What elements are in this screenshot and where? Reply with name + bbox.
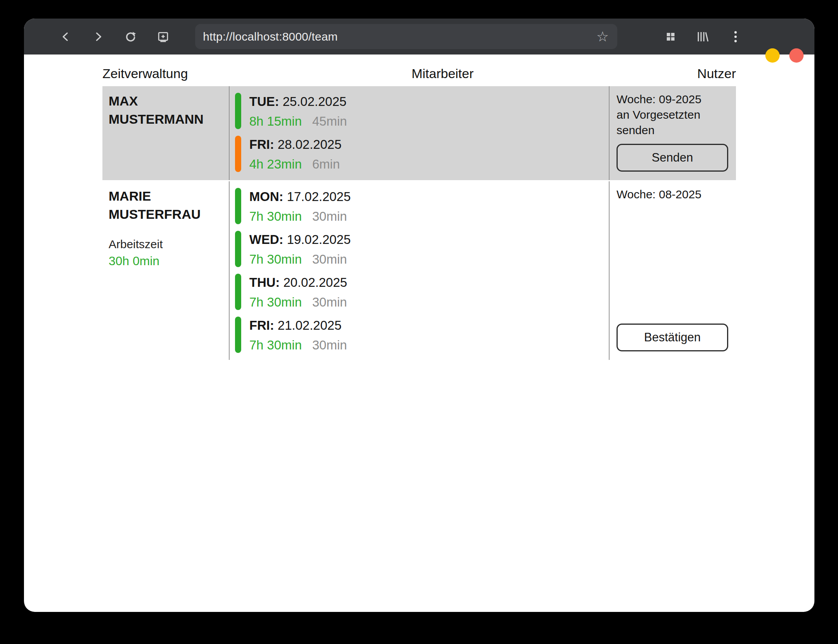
worktime-value: 30h 0min [109,254,220,268]
entry-status-bar-green [235,317,241,353]
time-entry: FRI: 28.02.20254h 23min6min [235,136,609,172]
url-bar[interactable]: http://localhost:8000/team ☆ [195,24,617,49]
entry-break-time: 45min [312,114,347,128]
employee-name: MAX MUSTERMANN [109,92,220,128]
browser-window: http://localhost:8000/team ☆ [24,19,814,612]
entry-text: WED: 19.02.20257h 30min30min [249,231,351,267]
forward-icon[interactable] [87,19,110,55]
entry-date: 20.02.2025 [283,275,347,290]
entry-text: THU: 20.02.20257h 30min30min [249,274,347,310]
time-entry: FRI: 21.02.20257h 30min30min [235,317,609,353]
url-text[interactable]: http://localhost:8000/team [203,30,596,43]
entry-day: TUE: [249,94,279,109]
close-window-button[interactable] [789,48,804,63]
entry-status-bar-green [235,93,241,129]
entry-status-bar-green [235,274,241,310]
week-note: an Vorgesetzten senden [617,107,728,138]
extensions-grid-icon[interactable] [659,19,682,55]
entry-date: 28.02.2025 [278,137,341,152]
entry-status-bar-orange [235,136,241,172]
entry-date: 25.02.2025 [283,94,346,109]
employee-row: MARIE MUSTERFRAUArbeitszeit30h 0minMON: … [102,181,736,360]
entry-worked-time: 7h 30min [249,338,302,352]
minimize-window-button[interactable] [765,48,780,63]
entry-break-time: 30min [312,295,347,309]
library-icon[interactable] [691,19,714,55]
entry-date: 19.02.2025 [287,232,351,247]
page-nav: Zeitverwaltung Mitarbeiter Nutzer [102,66,736,81]
time-entry: MON: 17.02.20257h 30min30min [235,188,609,224]
reload-icon[interactable] [119,19,142,55]
entry-status-bar-green [235,188,241,224]
entry-worked-time: 7h 30min [249,295,302,309]
entry-day: THU: [249,275,280,290]
entry-date: 17.02.2025 [287,189,351,204]
week-label: Woche: 08-2025 [617,187,728,202]
entry-worked-time: 7h 30min [249,252,302,266]
time-entries-cell: MON: 17.02.20257h 30min30minWED: 19.02.2… [229,181,609,360]
entry-date: 21.02.2025 [278,318,341,332]
employee-name-cell: MARIE MUSTERFRAUArbeitszeit30h 0min [102,181,229,360]
employee-row: MAX MUSTERMANNTUE: 25.02.20258h 15min45m… [102,86,736,180]
entry-status-bar-green [235,231,241,267]
entry-text: TUE: 25.02.20258h 15min45min [249,93,347,129]
entry-text: FRI: 28.02.20254h 23min6min [249,136,342,172]
nav-item-zeitverwaltung[interactable]: Zeitverwaltung [102,66,188,81]
entry-break-time: 30min [312,252,347,266]
employee-name-cell: MAX MUSTERMANN [102,86,229,180]
menu-kebab-icon[interactable] [724,19,747,55]
entry-text: FRI: 21.02.20257h 30min30min [249,317,347,353]
entry-break-time: 6min [312,157,340,171]
nav-item-mitarbeiter[interactable]: Mitarbeiter [412,66,474,81]
new-window-icon[interactable] [152,19,175,55]
page-content: Zeitverwaltung Mitarbeiter Nutzer MAX MU… [24,66,814,360]
entry-break-time: 30min [312,209,347,223]
time-entry: THU: 20.02.20257h 30min30min [235,274,609,310]
entry-worked-time: 4h 23min [249,157,302,171]
entry-day: FRI: [249,318,274,332]
entry-worked-time: 7h 30min [249,209,302,223]
time-entries-cell: TUE: 25.02.20258h 15min45minFRI: 28.02.2… [229,86,609,180]
time-entry: TUE: 25.02.20258h 15min45min [235,93,609,129]
worktime-label: Arbeitszeit [109,238,220,251]
entry-day: MON: [249,189,283,204]
time-entry: WED: 19.02.20257h 30min30min [235,231,609,267]
bookmark-star-icon[interactable]: ☆ [596,30,609,44]
employee-table: MAX MUSTERMANNTUE: 25.02.20258h 15min45m… [102,86,736,360]
browser-toolbar: http://localhost:8000/team ☆ [24,19,814,55]
back-icon[interactable] [54,19,77,55]
nav-item-nutzer[interactable]: Nutzer [697,66,736,81]
entry-break-time: 30min [312,338,347,352]
entry-day: WED: [249,232,283,247]
week-action-cell: Woche: 09-2025an Vorgesetzten sendenSend… [609,86,736,180]
week-label: Woche: 09-2025 [617,92,728,107]
entry-text: MON: 17.02.20257h 30min30min [249,188,351,224]
entry-day: FRI: [249,137,274,152]
employee-name: MARIE MUSTERFRAU [109,187,220,223]
week-action-button[interactable]: Bestätigen [617,324,728,351]
week-action-cell: Woche: 08-2025Bestätigen [609,181,736,360]
week-action-button[interactable]: Senden [617,144,728,172]
entry-worked-time: 8h 15min [249,114,302,128]
